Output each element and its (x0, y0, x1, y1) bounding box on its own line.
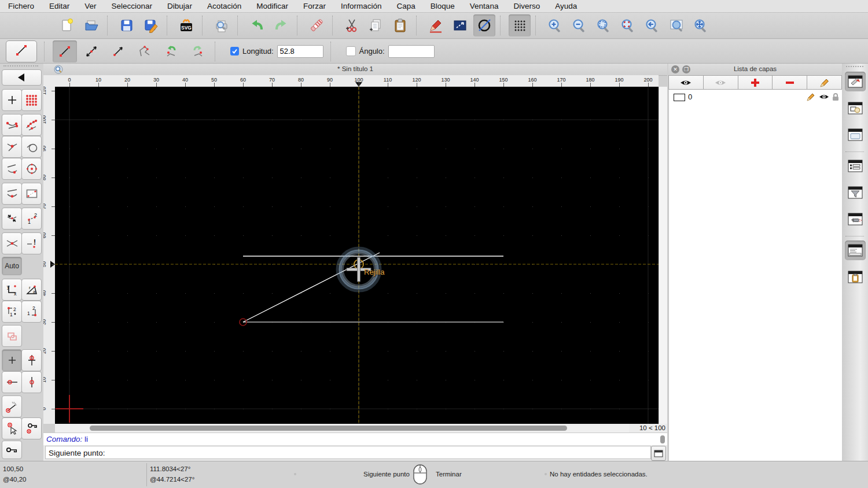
menu-ayuda[interactable]: Ayuda (555, 2, 577, 10)
cut-button[interactable] (341, 14, 363, 36)
remove-layer-button[interactable] (773, 75, 807, 90)
layer-visible-icon[interactable] (819, 93, 829, 103)
dock-filter-button[interactable] (845, 183, 866, 202)
snap-dist-manual-1-button[interactable] (2, 208, 22, 230)
snap-back-button[interactable] (2, 69, 42, 86)
snap-center-button[interactable] (21, 158, 42, 180)
draft-mode-button[interactable] (473, 14, 495, 36)
snap-distance-button[interactable] (2, 158, 22, 180)
menu-ventana[interactable]: Ventana (470, 2, 499, 10)
draw-order-button[interactable] (425, 14, 447, 36)
add-layer-button[interactable] (738, 75, 773, 90)
dock-drag-handle[interactable] (846, 66, 863, 67)
command-input[interactable]: Siguiente punto: (45, 446, 651, 459)
menu-editar[interactable]: Editar (49, 2, 69, 10)
snap-intersection-x-button[interactable] (2, 232, 22, 254)
layer-panel-titlebar[interactable]: ✕ ❐ Lista de capas (668, 64, 842, 76)
dock-clipboard-button[interactable] (845, 267, 866, 287)
menu-seleccionar[interactable]: Seleccionar (112, 2, 153, 10)
snap-restrict-box-button[interactable] (21, 183, 42, 205)
copy-button[interactable] (365, 14, 387, 36)
open-file-button[interactable] (80, 14, 102, 36)
coord-cartesian-button[interactable]: yx (2, 279, 22, 301)
dock-notify-button[interactable] (845, 209, 866, 229)
tool-redo-segment-button[interactable] (186, 40, 210, 62)
menu-acotacion[interactable]: Acotación (207, 2, 241, 10)
zoom-in-button[interactable] (544, 14, 566, 36)
zoom-auto-button[interactable] (593, 14, 615, 36)
menu-bloque[interactable]: Bloque (431, 2, 455, 10)
snap-grid-button[interactable] (21, 89, 42, 111)
zoom-previous-button[interactable] (641, 14, 663, 36)
canvas-horizontal-scrollbar[interactable] (55, 424, 629, 432)
edit-layer-icon[interactable] (806, 93, 815, 104)
dock-layer-list-button[interactable] (845, 72, 866, 91)
length-checkbox[interactable] (230, 47, 239, 56)
angle-input[interactable] (388, 45, 435, 58)
save-as-button[interactable] (140, 14, 162, 36)
coord-polar-button[interactable]: ra (21, 279, 42, 301)
set-relative-zero-button[interactable] (2, 417, 22, 439)
dock-entity-list-button[interactable] (845, 156, 866, 176)
rel-coord-1-button[interactable]: 12 (2, 301, 22, 323)
redo-button[interactable] (270, 14, 292, 36)
select-window-button[interactable] (449, 14, 471, 36)
menu-forzar[interactable]: Forzar (303, 2, 326, 10)
canvas-vertical-scrollbar[interactable] (659, 87, 667, 424)
new-file-button[interactable] (56, 14, 78, 36)
lock-relative-zero-button[interactable] (21, 417, 42, 439)
restrict-horizontal-button[interactable] (2, 371, 22, 393)
layer-row[interactable]: 0 (669, 91, 842, 103)
selection-ghost-button[interactable] (2, 325, 22, 347)
edit-layer-button[interactable] (807, 75, 842, 90)
length-input[interactable] (277, 45, 323, 58)
grid-toggle-button[interactable] (509, 14, 531, 36)
restrict-vertical-button[interactable] (21, 349, 42, 371)
current-tool-button[interactable] (6, 40, 37, 62)
document-titlebar[interactable]: * Sin título 1 (43, 64, 667, 76)
snap-angle-dial-button[interactable] (2, 395, 22, 417)
scrollbar-thumb[interactable] (90, 426, 567, 431)
paste-button[interactable] (389, 14, 411, 36)
tool-line-angle-button[interactable] (79, 40, 104, 62)
tool-undo-segment-button[interactable] (159, 40, 183, 62)
menu-ver[interactable]: Ver (84, 2, 96, 10)
print-preview-button[interactable] (211, 14, 233, 36)
menu-dibujar[interactable]: Dibujar (167, 2, 192, 10)
snap-free-button[interactable] (2, 89, 22, 111)
hide-all-layers-button[interactable] (704, 75, 738, 90)
menu-modificar[interactable]: Modificar (256, 2, 288, 10)
tool-polyline-button[interactable] (133, 40, 157, 62)
snap-auto-button[interactable]: Auto (2, 257, 22, 275)
dock-command-line-button[interactable] (845, 241, 866, 260)
snap-tangent-button[interactable] (21, 136, 42, 158)
zoom-out-button[interactable] (568, 14, 590, 36)
show-all-layers-button[interactable] (668, 75, 704, 90)
restrict-orthogonal-button[interactable] (21, 371, 42, 393)
layer-lock-icon[interactable] (832, 93, 840, 104)
restrict-nothing-button[interactable] (2, 349, 22, 371)
zoom-pan-button[interactable] (690, 14, 712, 36)
delete-entities-button[interactable] (306, 14, 328, 36)
drawing-canvas[interactable]: Rejilla (55, 87, 659, 424)
tool-line-button[interactable] (53, 40, 77, 62)
snap-dist-manual-2-button[interactable]: 12 (21, 208, 42, 230)
export-svg-button[interactable]: SVG (175, 14, 197, 36)
tool-line-arrow-button[interactable] (106, 40, 130, 62)
snap-intersection-manual-button[interactable]: ! (21, 232, 42, 254)
menu-diverso[interactable]: Diverso (513, 2, 540, 10)
zoom-selected-button[interactable] (617, 14, 639, 36)
command-window-button[interactable] (651, 446, 666, 461)
dock-library-browser-button[interactable] (845, 125, 866, 145)
snap-endpoints-button[interactable] (2, 114, 22, 136)
menu-fichero[interactable]: Fichero (8, 2, 34, 10)
save-button[interactable] (116, 14, 138, 36)
zoom-window-button[interactable] (665, 14, 687, 36)
unlock-all-button[interactable] (2, 441, 22, 459)
dock-block-list-button[interactable] (845, 98, 866, 118)
snap-on-entity-button[interactable] (21, 114, 42, 136)
menu-capa[interactable]: Capa (397, 2, 415, 10)
undo-button[interactable] (246, 14, 268, 36)
sidebar-drag-handle[interactable] (3, 65, 38, 66)
scrollbar-thumb[interactable] (660, 435, 665, 443)
